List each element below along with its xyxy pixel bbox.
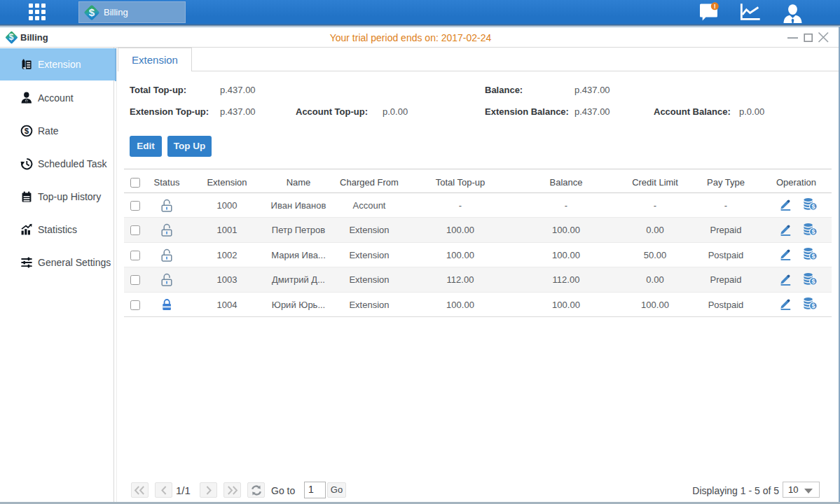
svg-text:$: $ (25, 127, 29, 135)
svg-text:$: $ (811, 278, 815, 285)
svg-text:!: ! (714, 3, 716, 10)
svg-text:$: $ (811, 228, 815, 235)
svg-text:$: $ (811, 253, 815, 260)
svg-text:$: $ (811, 302, 815, 309)
svg-text:$: $ (811, 203, 815, 210)
